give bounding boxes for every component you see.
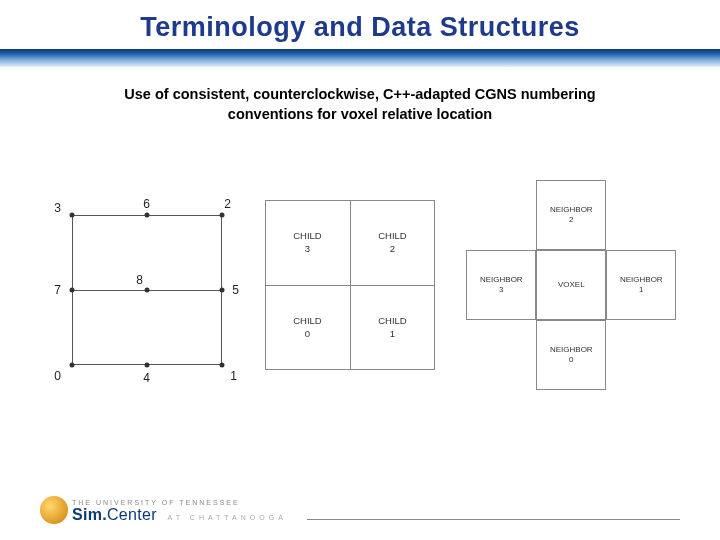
node-dot-6 <box>144 213 149 218</box>
title-underline <box>0 49 720 67</box>
footer: THE UNIVERSITY OF TENNESSEE Sim.Center A… <box>0 480 720 540</box>
node-dot-8 <box>144 288 149 293</box>
neighbor-cell-left: NEIGHBOR3 <box>466 250 536 320</box>
logo-mark-icon <box>40 496 68 524</box>
node-label-2: 2 <box>224 197 231 211</box>
logo-center: Center <box>107 506 157 523</box>
logo-text: THE UNIVERSITY OF TENNESSEE Sim.Center A… <box>72 499 287 524</box>
node-dot-3 <box>69 213 74 218</box>
neighbor-cell-top: NEIGHBOR2 <box>536 180 606 250</box>
child-cell-2: CHILD2 <box>350 200 435 285</box>
node-dot-4 <box>144 363 149 368</box>
simcenter-logo: THE UNIVERSITY OF TENNESSEE Sim.Center A… <box>40 496 287 524</box>
node-label-3: 3 <box>54 201 61 215</box>
voxel-cell-center: VOXEL <box>536 250 606 320</box>
node-label-8: 8 <box>136 273 143 287</box>
child-cell-1: CHILD1 <box>350 285 435 370</box>
node-dot-1 <box>219 363 224 368</box>
neighbor-cross-diagram: NEIGHBOR2 NEIGHBOR3 VOXEL NEIGHBOR1 NEIG… <box>466 180 676 390</box>
subtitle: Use of consistent, counterclockwise, C++… <box>0 85 720 124</box>
diagram-row: 3 6 2 7 8 5 0 4 1 CHILD3 CHILD2 CHILD0 C… <box>0 175 720 395</box>
neighbor-cell-bottom: NEIGHBOR0 <box>536 320 606 390</box>
logo-university-line: THE UNIVERSITY OF TENNESSEE <box>72 499 287 506</box>
title-bar: Terminology and Data Structures <box>0 0 720 67</box>
neighbor-cell-right: NEIGHBOR1 <box>606 250 676 320</box>
node-dot-7 <box>69 288 74 293</box>
page-title: Terminology and Data Structures <box>0 12 720 43</box>
logo-chattanooga: AT CHATTANOOGA <box>168 514 287 521</box>
node-label-0: 0 <box>54 369 61 383</box>
child-cell-3: CHILD3 <box>265 200 350 285</box>
node-label-1: 1 <box>230 369 237 383</box>
footer-rule <box>307 519 680 520</box>
node-dot-2 <box>219 213 224 218</box>
child-quadrant-diagram: CHILD3 CHILD2 CHILD0 CHILD1 <box>265 200 435 370</box>
child-cell-0: CHILD0 <box>265 285 350 370</box>
node-label-5: 5 <box>232 283 239 297</box>
node-numbering-diagram: 3 6 2 7 8 5 0 4 1 <box>44 190 234 380</box>
node-dot-5 <box>219 288 224 293</box>
node-label-7: 7 <box>54 283 61 297</box>
subtitle-line-1: Use of consistent, counterclockwise, C++… <box>124 86 595 102</box>
subtitle-line-2: conventions for voxel relative location <box>228 106 492 122</box>
node-label-6: 6 <box>143 197 150 211</box>
node-label-4: 4 <box>143 371 150 385</box>
node-dot-0 <box>69 363 74 368</box>
logo-sim: Sim. <box>72 506 107 523</box>
